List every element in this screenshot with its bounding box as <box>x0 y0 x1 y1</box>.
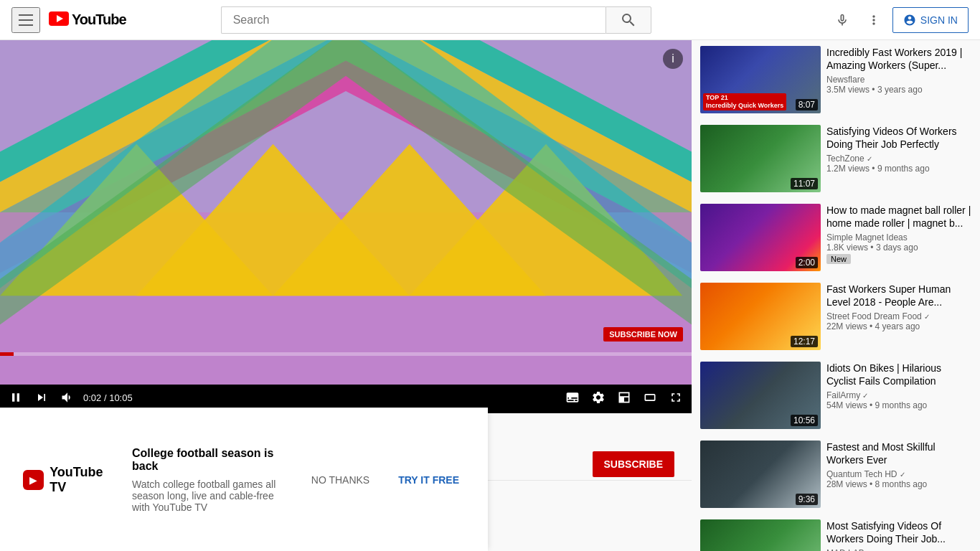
channel-name: Simple Magnet Ideas <box>826 232 971 242</box>
sidebar-video-item-5[interactable]: 9:36 Fastest and Most Skillful Workers E… <box>697 435 974 514</box>
play-pause-button[interactable] <box>6 387 26 408</box>
header-right: SIGN IN <box>829 7 969 33</box>
search-button[interactable] <box>606 6 651 34</box>
sidebar-video-item-0[interactable]: 8:07 TOP 21 Incredibly Quick Workers Inc… <box>697 40 974 119</box>
video-meta: 28M views • 8 months ago <box>826 479 971 489</box>
subtitles-button[interactable] <box>562 387 583 408</box>
menu-button[interactable] <box>11 7 40 33</box>
video-duration: 8:07 <box>796 99 818 110</box>
fullscreen-button[interactable] <box>666 387 686 408</box>
promotion-popup: YouTube TV College football season is ba… <box>0 408 488 551</box>
player-wrapper[interactable]: i SUBSCRIBE NOW <box>0 40 692 413</box>
video-thumbnail: 8:07 TOP 21 Incredibly Quick Workers <box>700 46 821 113</box>
video-meta: 22M views • 4 years ago <box>826 321 971 331</box>
volume-button[interactable] <box>57 387 77 408</box>
video-duration: 9:36 <box>796 494 818 505</box>
channel-name: FailArmy ✓ <box>826 390 971 400</box>
video-meta: 1.8K views • 3 days ago <box>826 242 971 253</box>
sidebar-video-item-1[interactable]: 11:07 Satisfying Videos Of Workers Doing… <box>697 119 974 198</box>
verified-icon: ✓ <box>924 313 930 321</box>
channel-name: Street Food Dream Food ✓ <box>826 311 971 321</box>
progress-bar[interactable] <box>0 352 692 356</box>
sidebar-video-item-6[interactable]: 10:22 Most Satisfying Videos Of Workers … <box>697 514 974 551</box>
video-meta: 54M views • 9 months ago <box>826 400 971 410</box>
thumb-badge: TOP 21 Incredibly Quick Workers <box>703 93 786 110</box>
search-icon <box>620 11 637 29</box>
channel-name: Newsflare <box>826 75 971 85</box>
video-duration: 10:56 <box>791 415 818 426</box>
video-info-text: Fast Workers Super Human Level 2018 - Pe… <box>826 283 971 350</box>
video-player[interactable]: i SUBSCRIBE NOW <box>0 40 692 385</box>
video-title: Fastest and Most Skillful Workers Ever <box>826 441 971 466</box>
channel-name: TechZone ✓ <box>826 154 971 164</box>
subscribe-overlay: SUBSCRIBE NOW <box>603 327 683 342</box>
video-meta: 3.5M views • 3 years ago <box>826 85 971 95</box>
sidebar-video-item-3[interactable]: 12:17 Fast Workers Super Human Level 201… <box>697 277 974 356</box>
sidebar-video-item-2[interactable]: 2:00 How to made magnet ball roller | ho… <box>697 198 974 277</box>
video-meta: 1.2M views • 9 months ago <box>826 164 971 174</box>
youtube-logo-icon <box>49 11 69 28</box>
youtube-tv-text: YouTube TV <box>50 465 109 495</box>
search-input[interactable] <box>221 6 606 34</box>
video-thumbnail: 9:36 <box>700 441 821 508</box>
sign-in-button[interactable]: SIGN IN <box>892 7 969 33</box>
theater-mode-button[interactable] <box>640 387 660 408</box>
video-info-text: Fastest and Most Skillful Workers Ever Q… <box>826 441 971 508</box>
channel-name: MAD LAB <box>826 548 971 551</box>
subscribe-button[interactable]: SUBSCRIBE <box>593 451 674 477</box>
settings-button[interactable] <box>588 387 608 408</box>
video-thumbnail: 10:22 <box>700 519 821 551</box>
info-button[interactable]: i <box>663 49 683 69</box>
video-thumbnail: 11:07 <box>700 125 821 192</box>
popup-content: College football season is back Watch co… <box>132 447 283 513</box>
time-display: 0:02 / 10:05 <box>83 392 133 403</box>
video-duration: 11:07 <box>791 178 818 189</box>
video-title: Fast Workers Super Human Level 2018 - Pe… <box>826 283 971 309</box>
video-info-text: Most Satisfying Videos Of Workers Doing … <box>826 519 971 551</box>
video-title: Most Satisfying Videos Of Workers Doing … <box>826 519 971 545</box>
verified-icon: ✓ <box>900 471 905 479</box>
video-title: Satisfying Videos Of Workers Doing Their… <box>826 125 971 151</box>
video-thumbnail: 10:56 <box>700 362 821 429</box>
verified-icon: ✓ <box>867 155 872 163</box>
mic-button[interactable] <box>829 7 855 33</box>
search-form <box>221 6 651 34</box>
popup-logo: YouTube TV <box>23 465 109 495</box>
video-info-text: Satisfying Videos Of Workers Doing Their… <box>826 125 971 192</box>
header-left: YouTube <box>11 7 126 33</box>
no-thanks-button[interactable]: NO THANKS <box>306 468 375 491</box>
video-info-text: How to made magnet ball roller | home ma… <box>826 204 971 271</box>
new-badge: New <box>826 254 851 264</box>
channel-name: Quantum Tech HD ✓ <box>826 469 971 479</box>
video-title: Incredibly Fast Workers 2019 | Amazing W… <box>826 46 971 72</box>
video-duration: 12:17 <box>791 336 818 347</box>
video-duration: 2:00 <box>796 257 818 268</box>
popup-description: Watch college football games all season … <box>132 479 283 513</box>
miniplayer-button[interactable] <box>614 387 634 408</box>
youtube-logo[interactable]: YouTube <box>49 11 126 28</box>
youtube-logo-text: YouTube <box>72 11 126 28</box>
verified-icon: ✓ <box>862 392 868 400</box>
try-free-button[interactable]: TRY IT FREE <box>392 468 465 491</box>
video-title: Idiots On Bikes | Hilarious Cyclist Fail… <box>826 362 971 387</box>
sidebar: 8:07 TOP 21 Incredibly Quick Workers Inc… <box>692 40 980 551</box>
popup-title: College football season is back <box>132 447 283 473</box>
video-info-text: Idiots On Bikes | Hilarious Cyclist Fail… <box>826 362 971 429</box>
next-button[interactable] <box>32 387 52 408</box>
progress-fill <box>0 352 14 356</box>
video-thumbnail: 12:17 <box>700 283 821 350</box>
video-title: How to made magnet ball roller | home ma… <box>826 204 971 230</box>
video-thumbnail: 2:00 <box>700 204 821 271</box>
more-options-button[interactable] <box>861 7 887 33</box>
youtube-tv-icon <box>23 470 44 490</box>
popup-actions: NO THANKS TRY IT FREE <box>306 468 465 491</box>
header: YouTube SIGN IN <box>0 0 980 40</box>
sidebar-video-item-4[interactable]: 10:56 Idiots On Bikes | Hilarious Cyclis… <box>697 356 974 435</box>
video-info-text: Incredibly Fast Workers 2019 | Amazing W… <box>826 46 971 113</box>
